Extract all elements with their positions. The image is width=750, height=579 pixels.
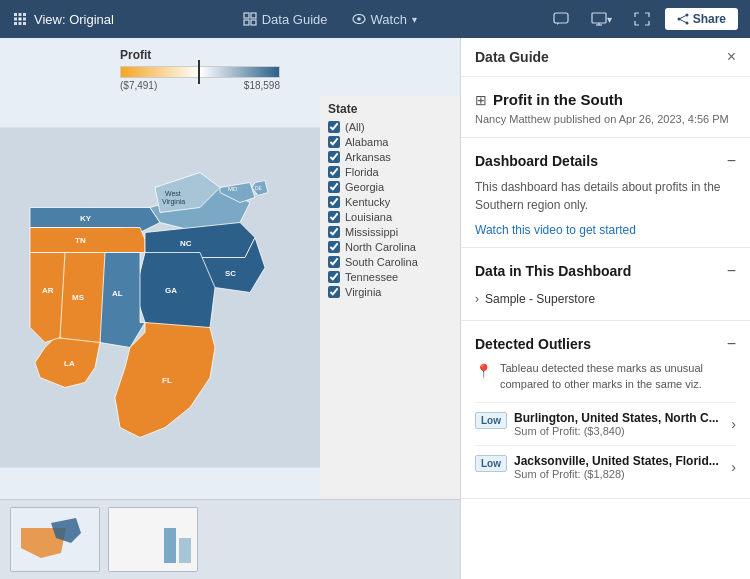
filter-item[interactable]: Kentucky <box>328 196 452 208</box>
filter-item[interactable]: North Carolina <box>328 241 452 253</box>
svg-text:LA: LA <box>64 359 75 368</box>
outlier-name: Burlington, United States, North C... <box>514 411 719 425</box>
dg-dashboard-header: Dashboard Details − <box>475 152 736 170</box>
share-label: Share <box>693 12 726 26</box>
outlier-item[interactable]: LowJacksonville, United States, Florid..… <box>475 445 736 488</box>
svg-text:AL: AL <box>112 289 123 298</box>
filter-checkbox[interactable] <box>328 241 340 253</box>
outlier-left: LowBurlington, United States, North C...… <box>475 411 719 437</box>
filter-checkbox[interactable] <box>328 136 340 148</box>
filter-item[interactable]: Louisiana <box>328 211 452 223</box>
map-container: Profit ($7,491) $18,598 <box>0 38 460 579</box>
thumbnail-1[interactable] <box>10 507 100 572</box>
filter-checkbox[interactable] <box>328 256 340 268</box>
svg-rect-3 <box>14 18 17 21</box>
svg-rect-12 <box>251 20 256 25</box>
outlier-badge: Low <box>475 455 507 472</box>
brand-label: View: Original <box>12 11 114 27</box>
svg-rect-11 <box>244 20 249 25</box>
watch-button[interactable]: Watch ▾ <box>342 8 427 31</box>
filter-item[interactable]: Georgia <box>328 181 452 193</box>
present-button[interactable]: ▾ <box>584 8 619 30</box>
filter-title: State <box>328 102 452 116</box>
legend-title: Profit <box>120 48 440 62</box>
filter-checkbox[interactable] <box>328 181 340 193</box>
filter-label: Arkansas <box>345 151 391 163</box>
dg-main-title: Profit in the South <box>493 91 623 108</box>
dg-header: Data Guide × <box>461 38 750 77</box>
outlier-badge: Low <box>475 412 507 429</box>
filter-item[interactable]: Virginia <box>328 286 452 298</box>
thumbnail-2[interactable] <box>108 507 198 572</box>
outlier-item[interactable]: LowBurlington, United States, North C...… <box>475 402 736 445</box>
dg-dashboard-title: Dashboard Details <box>475 153 598 169</box>
data-guide-button[interactable]: Data Guide <box>233 8 338 31</box>
dg-outliers-collapse[interactable]: − <box>727 335 736 353</box>
fullscreen-button[interactable] <box>627 8 657 30</box>
filter-label: Louisiana <box>345 211 392 223</box>
gradient-bar <box>120 66 280 78</box>
dg-outliers-header: Detected Outliers − <box>475 335 736 353</box>
filter-checkbox[interactable] <box>328 121 340 133</box>
filter-checkbox[interactable] <box>328 166 340 178</box>
dg-data-header: Data in This Dashboard − <box>475 262 736 280</box>
dg-data-collapse[interactable]: − <box>727 262 736 280</box>
svg-line-23 <box>679 19 687 23</box>
thumbnail-strip <box>0 499 460 579</box>
svg-point-14 <box>357 17 361 21</box>
svg-text:MD: MD <box>228 186 238 192</box>
dg-watch-link[interactable]: Watch this video to get started <box>475 223 636 237</box>
dg-data-source: Sample - Superstore <box>485 292 595 306</box>
filter-item[interactable]: South Carolina <box>328 256 452 268</box>
fullscreen-icon <box>634 12 650 26</box>
filter-checkbox[interactable] <box>328 226 340 238</box>
filter-checkbox[interactable] <box>328 211 340 223</box>
filter-item[interactable]: Florida <box>328 166 452 178</box>
dg-close-button[interactable]: × <box>727 48 736 66</box>
legend-area: Profit ($7,491) $18,598 <box>0 38 460 96</box>
filter-label: Alabama <box>345 136 388 148</box>
comment-button[interactable] <box>546 8 576 30</box>
svg-rect-58 <box>179 538 191 563</box>
svg-text:MS: MS <box>72 293 85 302</box>
share-button[interactable]: Share <box>665 8 738 30</box>
data-guide-icon <box>243 12 257 26</box>
outlier-arrow-icon: › <box>731 416 736 432</box>
svg-rect-2 <box>23 13 26 16</box>
dg-outlier-desc: 📍 Tableau detected these marks as unusua… <box>475 361 736 392</box>
filter-label: South Carolina <box>345 256 418 268</box>
filter-label: Mississippi <box>345 226 398 238</box>
brand-text: View: Original <box>34 12 114 27</box>
dg-viz-section: ⊞ Profit in the South Nancy Matthew publ… <box>461 77 750 138</box>
svg-rect-57 <box>164 528 176 563</box>
svg-text:FL: FL <box>162 376 172 385</box>
svg-marker-34 <box>30 228 145 253</box>
legend-min: ($7,491) <box>120 80 157 91</box>
filter-items-container: (All)AlabamaArkansasFloridaGeorgiaKentuc… <box>328 121 452 298</box>
dg-data-item[interactable]: › Sample - Superstore <box>475 288 736 310</box>
filter-item[interactable]: Tennessee <box>328 271 452 283</box>
data-guide-panel: Data Guide × ⊞ Profit in the South Nancy… <box>460 38 750 579</box>
legend-values: ($7,491) $18,598 <box>120 80 280 91</box>
filter-panel: State (All)AlabamaArkansasFloridaGeorgia… <box>320 96 460 499</box>
filter-item[interactable]: Arkansas <box>328 151 452 163</box>
filter-checkbox[interactable] <box>328 271 340 283</box>
filter-item[interactable]: (All) <box>328 121 452 133</box>
dg-title-row: ⊞ Profit in the South <box>475 91 736 108</box>
filter-item[interactable]: Mississippi <box>328 226 452 238</box>
watch-icon <box>352 14 366 24</box>
filter-checkbox[interactable] <box>328 286 340 298</box>
svg-rect-8 <box>23 22 26 25</box>
filter-checkbox[interactable] <box>328 196 340 208</box>
dg-data-title: Data in This Dashboard <box>475 263 631 279</box>
filter-item[interactable]: Alabama <box>328 136 452 148</box>
svg-text:KY: KY <box>80 214 92 223</box>
svg-text:West: West <box>165 190 181 197</box>
svg-rect-6 <box>14 22 17 25</box>
dg-dashboard-collapse[interactable]: − <box>727 152 736 170</box>
legend-max: $18,598 <box>244 80 280 91</box>
filter-label: North Carolina <box>345 241 416 253</box>
filter-checkbox[interactable] <box>328 151 340 163</box>
present-chevron: ▾ <box>607 14 612 25</box>
dg-outliers-title: Detected Outliers <box>475 336 591 352</box>
